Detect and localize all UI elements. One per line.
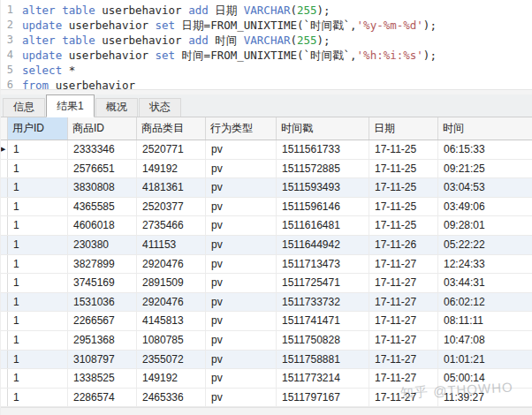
- table-row[interactable]: 115310362920476pv151173373217-11-2706:02…: [1, 293, 532, 313]
- table-row[interactable]: 122865742465336pv151179716717-11-2711:39…: [1, 389, 532, 408]
- cell[interactable]: 1511758881: [277, 351, 369, 369]
- table-row[interactable]: 138308084181361pv151159349317-11-2503:04…: [1, 178, 532, 198]
- column-header-行为类型[interactable]: 行为类型: [206, 117, 277, 140]
- cell[interactable]: 03:49:06: [438, 198, 532, 216]
- cell[interactable]: 411153: [137, 236, 206, 254]
- cell[interactable]: 1511593493: [277, 178, 369, 197]
- cell[interactable]: 1511561733: [277, 140, 369, 159]
- cell[interactable]: 1: [8, 389, 68, 407]
- cell[interactable]: 1: [8, 255, 68, 274]
- cell[interactable]: 1: [8, 178, 68, 197]
- cell[interactable]: pv: [206, 198, 277, 216]
- cell[interactable]: 4181361: [137, 178, 206, 197]
- cell[interactable]: 09:21:25: [438, 160, 532, 178]
- sql-editor[interactable]: 1alter table userbehavior add 日期 VARCHAR…: [1, 0, 532, 89]
- cell[interactable]: 1511596146: [277, 198, 369, 216]
- cell[interactable]: 2333346: [68, 140, 137, 159]
- cell[interactable]: 1: [8, 331, 68, 350]
- cell[interactable]: pv: [206, 389, 277, 407]
- sql-line[interactable]: 1alter table userbehavior add 日期 VARCHAR…: [1, 3, 532, 18]
- cell[interactable]: 4606018: [68, 216, 137, 235]
- column-header-时间戳[interactable]: 时间戳: [277, 117, 369, 140]
- cell[interactable]: 03:44:31: [438, 274, 532, 292]
- cell[interactable]: pv: [206, 178, 277, 197]
- table-row[interactable]: 137451692891509pv151172547117-11-2703:44…: [1, 274, 532, 293]
- cell[interactable]: 17-11-27: [369, 274, 438, 292]
- cell[interactable]: 2266567: [68, 312, 137, 330]
- cell[interactable]: pv: [206, 140, 277, 159]
- cell[interactable]: 1: [8, 312, 68, 330]
- cell[interactable]: 01:01:21: [438, 351, 532, 369]
- cell[interactable]: 3830808: [68, 178, 137, 197]
- column-header-时间[interactable]: 时间: [438, 117, 532, 140]
- cell[interactable]: 10:47:08: [438, 331, 532, 350]
- tab-信息[interactable]: 信息: [3, 98, 45, 117]
- cell[interactable]: 17-11-25: [369, 216, 438, 235]
- cell[interactable]: 3745169: [68, 274, 137, 292]
- table-row[interactable]: 129513681080785pv151175082817-11-2710:47…: [1, 331, 532, 351]
- cell[interactable]: 17-11-25: [369, 198, 438, 216]
- column-header-日期[interactable]: 日期: [369, 117, 438, 140]
- cell[interactable]: 1: [8, 293, 68, 312]
- cell[interactable]: 17-11-25: [369, 178, 438, 197]
- cell[interactable]: 1: [8, 351, 68, 369]
- cell[interactable]: 1511713473: [277, 255, 369, 274]
- cell[interactable]: 2576651: [68, 160, 137, 178]
- column-header-用户ID[interactable]: 用户ID: [8, 117, 68, 140]
- tab-结果1[interactable]: 结果1: [46, 94, 95, 117]
- cell[interactable]: 2520377: [137, 198, 206, 216]
- cell[interactable]: 1511773214: [277, 369, 369, 388]
- cell[interactable]: 3827899: [68, 255, 137, 274]
- cell[interactable]: 17-11-25: [369, 140, 438, 159]
- cell[interactable]: pv: [206, 216, 277, 235]
- cell[interactable]: 03:04:53: [438, 178, 532, 197]
- cell[interactable]: 2286574: [68, 389, 137, 407]
- table-row[interactable]: 131087972355072pv151175888117-11-2701:01…: [1, 351, 532, 370]
- tab-状态[interactable]: 状态: [139, 98, 181, 117]
- cell[interactable]: 1: [8, 140, 68, 159]
- table-row[interactable]: 1230380411153pv151164494217-11-2605:22:2…: [1, 236, 532, 255]
- cell[interactable]: 17-11-27: [369, 389, 438, 407]
- cell[interactable]: 17-11-27: [369, 312, 438, 330]
- cell[interactable]: 1511725471: [277, 274, 369, 292]
- cell[interactable]: 2920476: [137, 255, 206, 274]
- cell[interactable]: 1: [8, 274, 68, 292]
- table-row[interactable]: ▶123333462520771pv151156173317-11-2506:1…: [1, 140, 532, 160]
- cell[interactable]: 17-11-27: [369, 369, 438, 388]
- cell[interactable]: pv: [206, 293, 277, 312]
- table-row[interactable]: 143655852520377pv151159614617-11-2503:49…: [1, 198, 532, 217]
- cell[interactable]: 2920476: [137, 293, 206, 312]
- cell[interactable]: 2891509: [137, 274, 206, 292]
- cell[interactable]: 17-11-27: [369, 293, 438, 312]
- column-header-商品类目[interactable]: 商品类目: [137, 117, 206, 140]
- cell[interactable]: 149192: [137, 160, 206, 178]
- cell[interactable]: pv: [206, 369, 277, 388]
- cell[interactable]: 4365585: [68, 198, 137, 216]
- cell[interactable]: 1338525: [68, 369, 137, 388]
- cell[interactable]: 11:39:27: [438, 389, 532, 407]
- cell[interactable]: pv: [206, 255, 277, 274]
- cell[interactable]: 1511750828: [277, 331, 369, 350]
- sql-line[interactable]: 2update userbehavior set 日期=FROM_UNIXTIM…: [1, 18, 532, 33]
- cell[interactable]: 1080785: [137, 331, 206, 350]
- cell[interactable]: 4145813: [137, 312, 206, 330]
- cell[interactable]: 08:11:11: [438, 312, 532, 330]
- sql-line[interactable]: 3alter table userbehavior add 时间 VARCHAR…: [1, 33, 532, 48]
- table-row[interactable]: 138278992920476pv151171347317-11-2712:24…: [1, 255, 532, 275]
- cell[interactable]: pv: [206, 274, 277, 292]
- sql-line[interactable]: 4update userbehavior set 时间=FROM_UNIXTIM…: [1, 48, 532, 63]
- cell[interactable]: pv: [206, 160, 277, 178]
- cell[interactable]: 1511616481: [277, 216, 369, 235]
- cell[interactable]: 2951368: [68, 331, 137, 350]
- cell[interactable]: 2355072: [137, 351, 206, 369]
- table-row[interactable]: 122665674145813pv151174147117-11-2708:11…: [1, 312, 532, 331]
- table-row[interactable]: 11338525149192pv151177321417-11-2705:00:…: [1, 369, 532, 389]
- cell[interactable]: 1: [8, 160, 68, 178]
- sql-line[interactable]: 5select *: [1, 63, 532, 78]
- cell[interactable]: 1: [8, 216, 68, 235]
- cell[interactable]: 1511797167: [277, 389, 369, 407]
- cell[interactable]: 1511733732: [277, 293, 369, 312]
- cell[interactable]: 1511741471: [277, 312, 369, 330]
- cell[interactable]: 3108797: [68, 351, 137, 369]
- column-header-商品ID[interactable]: 商品ID: [68, 117, 137, 140]
